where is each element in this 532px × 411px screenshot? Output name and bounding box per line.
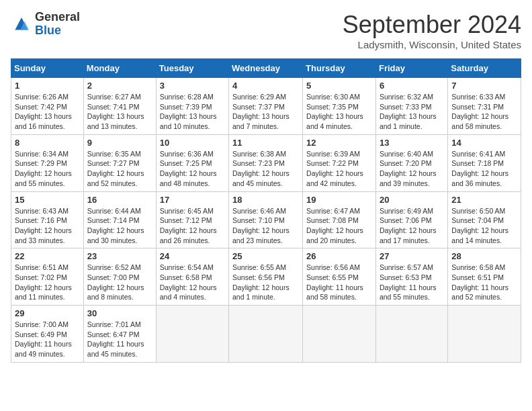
day-cell: 5Sunrise: 6:30 AMSunset: 7:35 PMDaylight… [303,78,376,135]
day-number: 1 [15,81,80,91]
day-info: Sunrise: 6:47 AMSunset: 7:08 PMDaylight:… [306,206,372,246]
logo-general: General [35,11,80,24]
logo-blue: Blue [35,24,80,38]
day-cell: 19Sunrise: 6:47 AMSunset: 7:08 PMDayligh… [303,191,376,248]
day-info: Sunrise: 6:26 AMSunset: 7:42 PMDaylight:… [15,92,80,132]
day-info: Sunrise: 6:46 AMSunset: 7:10 PMDaylight:… [232,206,299,246]
day-number: 4 [232,81,299,91]
header-thursday: Thursday [303,59,376,78]
day-info: Sunrise: 7:00 AMSunset: 6:49 PMDaylight:… [15,320,80,359]
day-number: 5 [306,81,372,91]
day-number: 6 [380,81,444,91]
header-monday: Monday [83,59,156,78]
day-number: 10 [160,138,225,148]
day-info: Sunrise: 6:32 AMSunset: 7:33 PMDaylight:… [380,92,444,132]
day-cell: 13Sunrise: 6:40 AMSunset: 7:20 PMDayligh… [375,134,447,191]
day-number: 30 [87,308,152,318]
day-number: 8 [15,138,80,148]
day-number: 2 [87,81,152,91]
header-sunday: Sunday [11,59,84,78]
day-cell: 17Sunrise: 6:45 AMSunset: 7:12 PMDayligh… [156,191,228,248]
header-friday: Friday [375,59,447,78]
week-row-1: 1Sunrise: 6:26 AMSunset: 7:42 PMDaylight… [11,78,521,135]
day-number: 11 [232,138,299,148]
day-info: Sunrise: 6:44 AMSunset: 7:14 PMDaylight:… [87,206,152,246]
day-info: Sunrise: 6:58 AMSunset: 6:51 PMDaylight:… [451,263,517,302]
day-cell: 15Sunrise: 6:43 AMSunset: 7:16 PMDayligh… [11,191,84,248]
day-number: 23 [87,251,152,261]
day-cell: 22Sunrise: 6:51 AMSunset: 7:02 PMDayligh… [11,248,84,306]
day-cell: 12Sunrise: 6:39 AMSunset: 7:22 PMDayligh… [303,134,376,191]
page-header: General Blue September 2024 Ladysmith, W… [11,11,521,50]
day-info: Sunrise: 6:36 AMSunset: 7:25 PMDaylight:… [160,149,225,189]
day-cell: 10Sunrise: 6:36 AMSunset: 7:25 PMDayligh… [156,134,228,191]
day-info: Sunrise: 6:30 AMSunset: 7:35 PMDaylight:… [306,92,372,132]
day-number: 24 [160,251,225,261]
title-block: September 2024 Ladysmith, Wisconsin, Uni… [343,11,521,50]
day-cell [375,306,447,363]
location: Ladysmith, Wisconsin, United States [343,39,521,50]
day-number: 17 [160,195,225,205]
day-number: 12 [306,138,372,148]
day-info: Sunrise: 6:38 AMSunset: 7:23 PMDaylight:… [232,149,299,189]
day-number: 13 [380,138,444,148]
day-cell: 8Sunrise: 6:34 AMSunset: 7:29 PMDaylight… [11,134,84,191]
logo: General Blue [11,11,80,38]
day-cell: 26Sunrise: 6:56 AMSunset: 6:55 PMDayligh… [303,248,376,306]
day-number: 19 [306,195,372,205]
day-cell: 6Sunrise: 6:32 AMSunset: 7:33 PMDaylight… [375,78,447,135]
day-cell: 14Sunrise: 6:41 AMSunset: 7:18 PMDayligh… [448,134,521,191]
calendar-table: SundayMondayTuesdayWednesdayThursdayFrid… [11,58,521,363]
day-info: Sunrise: 6:40 AMSunset: 7:20 PMDaylight:… [380,149,444,189]
day-info: Sunrise: 6:34 AMSunset: 7:29 PMDaylight:… [15,149,80,189]
day-number: 15 [15,195,80,205]
day-cell: 2Sunrise: 6:27 AMSunset: 7:41 PMDaylight… [83,78,156,135]
week-row-3: 15Sunrise: 6:43 AMSunset: 7:16 PMDayligh… [11,191,521,248]
day-cell: 28Sunrise: 6:58 AMSunset: 6:51 PMDayligh… [448,248,521,306]
day-cell: 30Sunrise: 7:01 AMSunset: 6:47 PMDayligh… [83,306,156,363]
day-cell: 7Sunrise: 6:33 AMSunset: 7:31 PMDaylight… [448,78,521,135]
day-number: 26 [306,251,372,261]
day-number: 16 [87,195,152,205]
day-info: Sunrise: 6:45 AMSunset: 7:12 PMDaylight:… [160,206,225,246]
week-row-2: 8Sunrise: 6:34 AMSunset: 7:29 PMDaylight… [11,134,521,191]
day-cell: 25Sunrise: 6:55 AMSunset: 6:56 PMDayligh… [229,248,303,306]
day-info: Sunrise: 6:41 AMSunset: 7:18 PMDaylight:… [451,149,517,189]
day-cell: 16Sunrise: 6:44 AMSunset: 7:14 PMDayligh… [83,191,156,248]
day-number: 25 [232,251,299,261]
day-cell: 18Sunrise: 6:46 AMSunset: 7:10 PMDayligh… [229,191,303,248]
day-cell: 20Sunrise: 6:49 AMSunset: 7:06 PMDayligh… [375,191,447,248]
day-cell: 24Sunrise: 6:54 AMSunset: 6:58 PMDayligh… [156,248,228,306]
day-number: 7 [451,81,517,91]
day-cell [448,306,521,363]
week-row-5: 29Sunrise: 7:00 AMSunset: 6:49 PMDayligh… [11,306,521,363]
day-info: Sunrise: 6:56 AMSunset: 6:55 PMDaylight:… [306,263,372,302]
day-info: Sunrise: 6:39 AMSunset: 7:22 PMDaylight:… [306,149,372,189]
day-info: Sunrise: 6:49 AMSunset: 7:06 PMDaylight:… [380,206,444,246]
day-number: 22 [15,251,80,261]
day-info: Sunrise: 6:35 AMSunset: 7:27 PMDaylight:… [87,149,152,189]
day-info: Sunrise: 6:43 AMSunset: 7:16 PMDaylight:… [15,206,80,246]
day-number: 18 [232,195,299,205]
header-tuesday: Tuesday [156,59,228,78]
day-cell: 3Sunrise: 6:28 AMSunset: 7:39 PMDaylight… [156,78,228,135]
day-info: Sunrise: 6:50 AMSunset: 7:04 PMDaylight:… [451,206,517,246]
day-number: 20 [380,195,444,205]
day-number: 29 [15,308,80,318]
day-cell [156,306,228,363]
day-number: 27 [380,251,444,261]
day-number: 9 [87,138,152,148]
day-number: 14 [451,138,517,148]
day-cell: 4Sunrise: 6:29 AMSunset: 7:37 PMDaylight… [229,78,303,135]
day-cell: 1Sunrise: 6:26 AMSunset: 7:42 PMDaylight… [11,78,84,135]
day-info: Sunrise: 6:51 AMSunset: 7:02 PMDaylight:… [15,263,80,302]
day-cell: 23Sunrise: 6:52 AMSunset: 7:00 PMDayligh… [83,248,156,306]
header-saturday: Saturday [448,59,521,78]
day-number: 21 [451,195,517,205]
month-title: September 2024 [343,11,521,39]
day-info: Sunrise: 6:52 AMSunset: 7:00 PMDaylight:… [87,263,152,302]
day-info: Sunrise: 6:29 AMSunset: 7:37 PMDaylight:… [232,92,299,132]
day-info: Sunrise: 6:55 AMSunset: 6:56 PMDaylight:… [232,263,299,302]
logo-text: General Blue [35,11,80,38]
day-info: Sunrise: 6:27 AMSunset: 7:41 PMDaylight:… [87,92,152,132]
